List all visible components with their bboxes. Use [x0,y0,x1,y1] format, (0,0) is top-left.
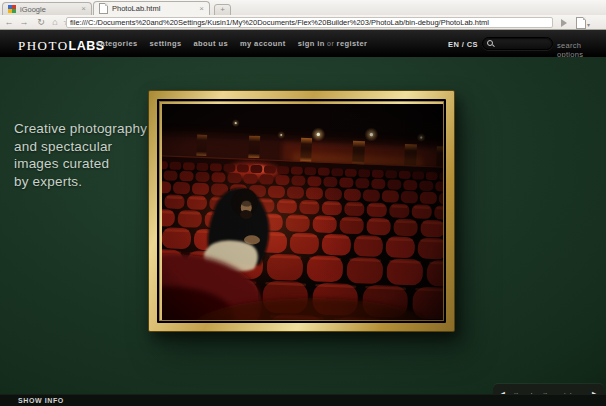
browser-toolbar: ← → ↻ ⌂ ☆ file:///C:/Documents%20and%20S… [0,15,606,30]
caret-down-icon: ▾ [587,21,590,28]
search-input[interactable] [494,40,548,47]
tab-photolab[interactable]: PhotoLab.html × [93,1,210,15]
show-info-button[interactable]: SHOW INFO [18,397,64,404]
headline: Creative photography and spectacular ima… [14,120,147,190]
browser-chrome: iGoogle × PhotoLab.html × + ← → ↻ ⌂ ☆ fi… [0,0,606,30]
nav-sign-in-register[interactable]: sign in or register [298,39,368,48]
tab-close-icon[interactable]: × [81,6,86,12]
search-box[interactable] [482,37,553,50]
headline-line: and spectacular [14,138,147,156]
search-icon [487,40,494,47]
tab-strip: iGoogle × PhotoLab.html × + [0,0,606,15]
or-label: or [327,40,334,47]
nav-about-us[interactable]: about us [194,39,228,48]
headline-line: Creative photography [14,120,147,138]
back-icon[interactable]: ← [2,15,16,29]
theater-photo[interactable] [162,104,443,320]
sign-in-label: sign in [298,39,325,48]
tab-igoogle[interactable]: iGoogle × [2,2,92,15]
tab-label: iGoogle [20,5,77,14]
reload-icon[interactable]: ↻ [34,15,48,29]
forward-icon[interactable]: → [17,15,31,29]
site-header: PHOTOLABS categories settings about us m… [0,30,606,57]
nav-categories[interactable]: categories [96,39,138,48]
address-bar[interactable]: file:///C:/Documents%20and%20Settings/Ku… [66,17,553,28]
application-window: iGoogle × PhotoLab.html × + ← → ↻ ⌂ ☆ fi… [0,0,606,406]
page-favicon-icon [99,3,108,14]
nav-settings[interactable]: settings [150,39,182,48]
headline-line: images curated [14,155,147,173]
bottom-bar [0,394,606,406]
tab-close-icon[interactable]: × [199,6,204,12]
language-switcher[interactable]: EN / CS [448,40,478,49]
theater-photo-graphic [162,104,443,320]
go-icon[interactable] [561,19,567,27]
register-label: register [337,39,368,48]
page-menu-icon[interactable] [576,17,586,29]
main-nav: categories settings about us my account … [96,30,367,57]
tab-label: PhotoLab.html [112,4,195,13]
nav-my-account[interactable]: my account [240,39,286,48]
picture-frame[interactable] [148,90,455,332]
headline-line: by experts. [14,173,147,191]
igoogle-favicon-icon [8,5,16,13]
logo-photo: PHOTO [18,38,69,53]
photolabs-logo[interactable]: PHOTOLABS [18,36,105,54]
